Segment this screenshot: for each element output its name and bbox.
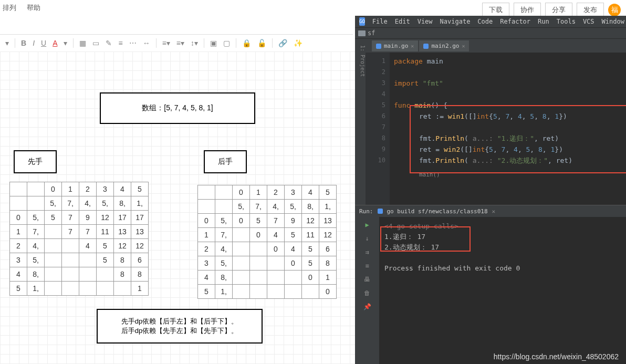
lock-icon[interactable]: 🔒 xyxy=(239,37,254,49)
run-play-icon[interactable]: ▶ xyxy=(365,221,369,228)
ide-menu-refactor[interactable]: Refactor xyxy=(500,18,530,25)
line-icon[interactable]: ≡ xyxy=(116,37,125,49)
run-filter-icon[interactable]: ⇉ xyxy=(365,248,369,256)
run-label: Run: xyxy=(359,208,373,215)
second-label[interactable]: 后手 xyxy=(204,150,247,173)
valign-icon[interactable]: ≡▾ xyxy=(174,37,187,49)
canvas[interactable]: 数组：[5, 7, 4, 5, 8, 1] 先手 后手 0123455,7,4,… xyxy=(0,51,355,364)
ide-folderbar: sf xyxy=(355,28,626,39)
line-gutter: 12345678910 xyxy=(366,53,390,205)
collab-button[interactable]: 协作 xyxy=(514,3,541,17)
dropdown-icon[interactable]: ▾ xyxy=(61,37,70,49)
run-print-icon[interactable]: 🖶 xyxy=(364,276,370,283)
ide-menu-run[interactable]: Run xyxy=(538,18,549,25)
note-line2: 后手dp依赖【先手左】和【先手下】。 xyxy=(121,326,238,336)
close-icon[interactable]: ✕ xyxy=(411,43,414,49)
font-color-icon[interactable]: A xyxy=(50,37,60,49)
spacing-icon[interactable]: ↕▾ xyxy=(188,37,201,49)
unlock-icon[interactable]: 🔓 xyxy=(255,37,269,49)
kw-import: import xyxy=(394,79,419,87)
run-trash-icon[interactable]: 🗑 xyxy=(364,289,370,297)
ide-menu-navigate[interactable]: Navigate xyxy=(440,18,471,25)
note-line1: 先手dp依赖【后手左】和【后手下】。 xyxy=(121,317,238,326)
bold-icon[interactable]: B xyxy=(18,37,29,49)
pencil-icon[interactable]: ✎ xyxy=(103,37,114,49)
ide-menu-tools[interactable]: Tools xyxy=(557,18,576,25)
watermark: https://blog.csdn.net/weixin_48502062 xyxy=(494,352,619,361)
send-back-icon[interactable]: ▢ xyxy=(221,37,233,49)
tab-label: main2.go xyxy=(431,43,459,49)
tab-main-go[interactable]: main.go✕ xyxy=(372,40,418,51)
arrow-icon[interactable]: ↔ xyxy=(140,37,153,49)
go-file-icon xyxy=(423,44,429,49)
publish-button[interactable]: 发布 xyxy=(577,3,604,17)
italic-icon[interactable]: I xyxy=(30,37,37,49)
share-button[interactable]: 分享 xyxy=(545,3,572,17)
ide-menu-code[interactable]: Code xyxy=(477,18,493,25)
ide-menu-file[interactable]: File xyxy=(372,18,388,25)
ide-menu-edit[interactable]: Edit xyxy=(395,18,410,25)
run-sidebar: ▶ ↓ ⇉ ≡ 🖶 🗑 📌 xyxy=(355,217,379,364)
underline-icon[interactable]: U xyxy=(38,37,49,49)
dash-icon[interactable]: ⋯ xyxy=(127,37,139,49)
go-file-icon xyxy=(376,44,381,49)
ide-window: GO File Edit View Navigate Code Refactor… xyxy=(355,16,626,364)
tab-main2-go[interactable]: main2.go✕ xyxy=(419,40,469,51)
format-toolbar: ▾ B I U A ▾ ▦ ▭ ✎ ≡ ⋯ ↔ ≡▾ ≡▾ ↕▾ ▣ ▢ 🔒 🔓… xyxy=(0,34,353,52)
link-icon[interactable]: 🔗 xyxy=(276,37,290,49)
menu-help[interactable]: 帮助 xyxy=(27,3,40,13)
array-box[interactable]: 数组：[5, 7, 4, 5, 8, 1] xyxy=(100,92,255,124)
code-area[interactable]: package main import "fmt" func main() { … xyxy=(390,53,626,205)
folder-icon xyxy=(358,30,366,36)
run-config[interactable]: go build sf/newclass/class018 xyxy=(387,208,488,215)
id-main: main xyxy=(427,57,443,65)
run-wrap-icon[interactable]: ≡ xyxy=(365,262,369,269)
code-editor[interactable]: 12345678910 package main import "fmt" fu… xyxy=(366,53,626,205)
kw-func: func xyxy=(394,101,410,109)
fill-icon[interactable]: ▦ xyxy=(77,37,89,49)
folder-name[interactable]: sf xyxy=(368,29,375,37)
tab-label: main.go xyxy=(384,43,408,49)
note-box[interactable]: 先手dp依赖【后手左】和【后手下】。 后手dp依赖【先手左】和【先手下】。 xyxy=(97,309,263,344)
str-fmt: "fmt" xyxy=(423,79,443,87)
project-sidetab[interactable]: 1: Project xyxy=(355,40,366,77)
first-table: 0123455,7,4,5,8,1,05,57912171717,7711131… xyxy=(9,182,149,296)
font-dropdown-icon[interactable]: ▾ xyxy=(3,37,12,49)
magic-icon[interactable]: ✨ xyxy=(291,37,305,49)
ide-menu-view[interactable]: View xyxy=(418,18,433,25)
go-run-icon xyxy=(378,209,383,214)
run-output[interactable]: <4 go setup calls> 1.递归： 17 2.动态规划： 17 P… xyxy=(379,217,626,364)
code-highlight-box xyxy=(410,105,626,173)
output-highlight-box xyxy=(380,226,471,252)
editor-tabs: main.go✕ main2.go✕ xyxy=(355,39,626,51)
download-button[interactable]: 下载 xyxy=(482,3,509,17)
bring-front-icon[interactable]: ▣ xyxy=(207,37,220,49)
run-down-icon[interactable]: ↓ xyxy=(365,235,369,242)
border-icon[interactable]: ▭ xyxy=(90,37,102,49)
kw-package: package xyxy=(394,57,423,65)
ide-menu-vcs[interactable]: VCS xyxy=(583,18,594,25)
goland-icon: GO xyxy=(359,17,365,26)
close-icon[interactable]: ✕ xyxy=(492,208,496,215)
ide-menu-window[interactable]: Window xyxy=(602,18,624,25)
avatar[interactable]: 福 xyxy=(608,4,621,16)
ide-menubar: GO File Edit View Navigate Code Refactor… xyxy=(355,16,626,28)
second-table: 0123455,7,4,5,8,1,05,0579121317,04511122… xyxy=(197,185,337,299)
run-pin-icon[interactable]: 📌 xyxy=(363,303,371,310)
first-label[interactable]: 先手 xyxy=(14,150,57,173)
align-icon[interactable]: ≡▾ xyxy=(160,37,173,49)
menu-arrange[interactable]: 排列 xyxy=(3,3,16,13)
output-done: Process finished with exit code 0 xyxy=(384,263,621,274)
run-panel: Run: go build sf/newclass/class018 ✕ ▶ ↓… xyxy=(355,205,626,364)
close-icon[interactable]: ✕ xyxy=(462,43,465,49)
